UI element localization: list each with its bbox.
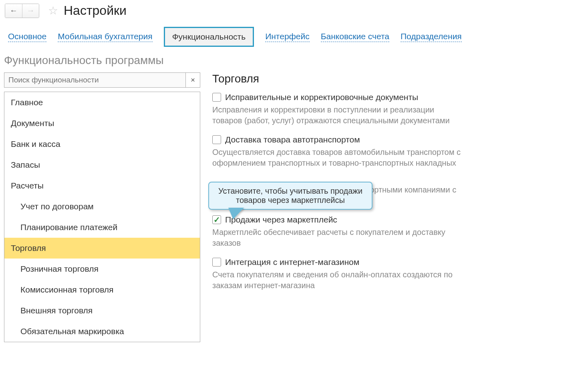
tree-item-trade[interactable]: Торговля	[4, 238, 200, 259]
callout-text: Установите, чтобы учитывать продажи това…	[218, 186, 362, 205]
tab-mobile[interactable]: Мобильная бухгалтерия	[58, 32, 152, 42]
clear-search-button[interactable]: ×	[186, 72, 200, 88]
back-button[interactable]: ←	[5, 4, 22, 18]
option-marketplace: Продажи через маркетплейс Маркетплейс об…	[212, 215, 584, 249]
option-eshop: Интеграция с интернет-магазином Счета по…	[212, 257, 584, 291]
tree-item-calculations[interactable]: Расчеты	[4, 175, 200, 196]
tree-item-bank[interactable]: Банк и касса	[4, 134, 200, 154]
forward-button[interactable]: →	[22, 4, 39, 18]
functionality-tree: Главное Документы Банк и касса Запасы Ра…	[4, 92, 200, 342]
option-label: Исправительные и корректировочные докуме…	[225, 92, 418, 102]
search-input[interactable]	[4, 72, 186, 88]
option-delivery-auto: Доставка товара автотранспортом Осуществ…	[212, 135, 584, 168]
tree-item-contracts[interactable]: Учет по договорам	[4, 196, 200, 217]
page-title: Настройки	[64, 3, 127, 18]
tab-main[interactable]: Основное	[8, 32, 46, 42]
checkbox-delivery-auto[interactable]	[212, 135, 221, 144]
tree-item-main[interactable]: Главное	[4, 92, 200, 113]
callout-tail-icon	[229, 209, 243, 219]
checkbox-eshop[interactable]	[212, 258, 221, 267]
tab-functionality[interactable]: Функциональность	[164, 27, 254, 47]
tree-item-commission[interactable]: Комиссионная торговля	[4, 279, 200, 300]
option-desc: Счета покупателям и сведения об онлайн-о…	[212, 269, 461, 291]
checkbox-corrective-docs[interactable]	[212, 93, 221, 102]
nav-buttons: ← →	[5, 4, 39, 18]
tree-item-stocks[interactable]: Запасы	[4, 154, 200, 175]
tab-departments[interactable]: Подразделения	[401, 32, 462, 42]
option-corrective-docs: Исправительные и корректировочные докуме…	[212, 92, 584, 126]
tab-bank-accounts[interactable]: Банковские счета	[321, 32, 389, 42]
tabs-row: Основное Мобильная бухгалтерия Функциона…	[0, 21, 588, 52]
favorite-star-icon[interactable]: ☆	[48, 4, 58, 17]
tree-item-retail[interactable]: Розничная торговля	[4, 259, 200, 279]
option-label: Доставка товара автотранспортом	[225, 135, 360, 144]
tree-item-documents[interactable]: Документы	[4, 113, 200, 134]
checkbox-marketplace[interactable]	[212, 215, 221, 224]
tab-interface[interactable]: Интерфейс	[265, 32, 310, 42]
tree-item-payment-planning[interactable]: Планирование платежей	[4, 217, 200, 238]
option-desc: Маркетплейс обеспечивает расчеты с покуп…	[212, 227, 461, 249]
tree-item-marking[interactable]: Обязательная маркировка	[4, 321, 200, 342]
option-desc: Исправления и корректировки в поступлени…	[212, 104, 461, 126]
section-title: Торговля	[212, 72, 584, 85]
tree-item-foreign[interactable]: Внешняя торговля	[4, 300, 200, 321]
option-label: Интеграция с интернет-магазином	[225, 257, 359, 267]
option-desc: Осуществляется доставка товаров автомоби…	[212, 147, 461, 168]
hint-callout: Установите, чтобы учитывать продажи това…	[208, 182, 373, 210]
section-subtitle: Функциональность программы	[0, 52, 588, 72]
